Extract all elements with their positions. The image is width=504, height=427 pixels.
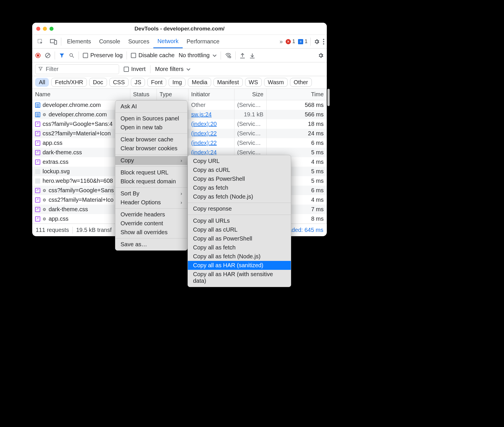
chip-doc[interactable]: Doc	[89, 78, 107, 87]
col-initiator[interactable]: Initiator	[188, 89, 234, 100]
col-name[interactable]: Name	[32, 89, 130, 100]
kebab-menu-icon[interactable]	[323, 39, 324, 45]
col-size[interactable]: Size	[234, 89, 266, 100]
img-file-icon	[35, 169, 40, 174]
menu-copy-as-fetch[interactable]: Copy as fetch	[188, 183, 291, 192]
initiator-link[interactable]: (index):24	[191, 149, 217, 155]
svg-rect-7	[37, 54, 39, 57]
col-type[interactable]: Type	[156, 89, 188, 100]
clear-icon[interactable]	[45, 53, 51, 58]
chip-media[interactable]: Media	[188, 78, 211, 87]
tab-performance[interactable]: Performance	[183, 35, 224, 48]
invert-checkbox[interactable]: Invert	[124, 66, 146, 72]
device-toolbar-icon[interactable]	[48, 39, 59, 45]
more-filters-dropdown[interactable]: More filters	[155, 66, 190, 72]
menu-ask-ai[interactable]: Ask AI	[115, 102, 187, 111]
menu-copy-all-as-har-sanitized[interactable]: Copy all as HAR (sanitized)	[188, 261, 291, 270]
chip-js[interactable]: JS	[131, 78, 145, 87]
chip-other[interactable]: Other	[290, 78, 312, 87]
initiator-link[interactable]: sw.js:24	[191, 111, 212, 118]
menu-copy-as-fetch-node-js[interactable]: Copy as fetch (Node.js)	[188, 192, 291, 201]
inspect-icon[interactable]	[35, 39, 46, 45]
network-toolbar: Preserve log Disable cache No throttling	[32, 49, 327, 62]
menu-header-options[interactable]: Header Options›	[115, 198, 187, 207]
disable-cache-checkbox[interactable]: Disable cache	[131, 52, 175, 59]
svg-point-10	[70, 53, 72, 56]
request-name: css?family=Google+Sans	[49, 187, 114, 194]
menu-show-all-overrides[interactable]: Show all overrides	[115, 228, 187, 237]
menu-copy-response[interactable]: Copy response	[188, 204, 291, 213]
menu-label: Copy all as PowerShell	[193, 235, 252, 242]
menu-copy-all-as-fetch-node-js[interactable]: Copy all as fetch (Node.js)	[188, 252, 291, 261]
menu-open-in-new-tab[interactable]: Open in new tab	[115, 123, 187, 132]
network-settings-gear-icon[interactable]	[318, 52, 324, 59]
download-har-icon[interactable]	[249, 52, 255, 59]
settings-gear-icon[interactable]	[314, 39, 320, 45]
menu-save-as[interactable]: Save as…	[115, 240, 187, 249]
css-file-icon	[35, 150, 40, 155]
menu-copy-all-as-fetch[interactable]: Copy all as fetch	[188, 243, 291, 252]
vertical-scrollbar[interactable]	[327, 89, 330, 106]
filter-toggle-icon[interactable]	[59, 53, 65, 58]
css-file-icon	[35, 159, 40, 165]
chip-ws[interactable]: WS	[245, 78, 262, 87]
record-button-icon[interactable]	[35, 53, 41, 58]
error-badge-icon[interactable]: ✕	[286, 39, 291, 44]
menu-sort-by[interactable]: Sort By›	[115, 189, 187, 198]
tab-sources[interactable]: Sources	[124, 35, 153, 48]
menu-copy-url[interactable]: Copy URL	[188, 157, 291, 166]
menu-label: Show all overrides	[121, 229, 167, 236]
svg-point-5	[323, 43, 324, 44]
menu-label: Block request domain	[121, 178, 176, 185]
menu-copy[interactable]: Copy›	[115, 156, 187, 165]
chip-img[interactable]: Img	[169, 78, 186, 87]
search-icon[interactable]	[69, 53, 75, 58]
css-file-icon	[35, 141, 40, 146]
status-requests: 111 requests	[36, 227, 69, 233]
chevron-right-icon: ›	[181, 191, 182, 196]
chip-wasm[interactable]: Wasm	[264, 78, 288, 87]
minimize-window-button[interactable]	[43, 27, 47, 31]
initiator-link[interactable]: (index):20	[191, 121, 217, 127]
menu-override-headers[interactable]: Override headers	[115, 210, 187, 219]
throttling-select[interactable]: No throttling	[179, 52, 217, 59]
menu-copy-all-as-har-with-sensitive-data[interactable]: Copy all as HAR (with sensitive data)	[188, 270, 291, 285]
svg-rect-2	[54, 41, 57, 44]
chip-css[interactable]: CSS	[109, 78, 129, 87]
info-badge-icon[interactable]: ≡	[298, 39, 303, 44]
menu-copy-as-powershell[interactable]: Copy as PowerShell	[188, 174, 291, 183]
size-cell: (Service…	[234, 138, 266, 148]
preserve-log-checkbox[interactable]: Preserve log	[83, 52, 123, 59]
menu-copy-all-as-powershell[interactable]: Copy all as PowerShell	[188, 234, 291, 243]
initiator-link[interactable]: (index):22	[191, 140, 217, 146]
menu-open-in-sources-panel[interactable]: Open in Sources panel	[115, 114, 187, 123]
tab-network[interactable]: Network	[153, 35, 182, 48]
menu-copy-all-as-curl[interactable]: Copy all as cURL	[188, 225, 291, 234]
col-status[interactable]: Status	[130, 89, 156, 100]
chip-manifest[interactable]: Manifest	[213, 78, 243, 87]
menu-clear-browser-cache[interactable]: Clear browser cache	[115, 135, 187, 144]
request-name: lockup.svg	[43, 168, 70, 175]
tab-console[interactable]: Console	[95, 35, 124, 48]
menu-copy-as-curl[interactable]: Copy as cURL	[188, 166, 291, 174]
network-conditions-icon[interactable]	[225, 53, 231, 58]
upload-har-icon[interactable]	[240, 52, 245, 59]
menu-clear-browser-cookies[interactable]: Clear browser cookies	[115, 144, 187, 153]
chip-fetch-xhr[interactable]: Fetch/XHR	[51, 78, 87, 87]
menu-separator	[115, 166, 187, 167]
menu-separator	[188, 203, 291, 203]
menu-copy-all-urls[interactable]: Copy all URLs	[188, 216, 291, 225]
close-window-button[interactable]	[36, 27, 40, 31]
menu-block-request-url[interactable]: Block request URL	[115, 168, 187, 177]
col-time[interactable]: Time	[266, 89, 327, 100]
menu-block-request-domain[interactable]: Block request domain	[115, 177, 187, 186]
zoom-window-button[interactable]	[49, 27, 54, 31]
initiator-link[interactable]: (index):22	[191, 130, 217, 136]
chip-font[interactable]: Font	[147, 78, 166, 87]
chip-all[interactable]: All	[35, 78, 49, 87]
filter-input[interactable]: Filter	[35, 64, 119, 74]
more-tabs-icon[interactable]: »	[280, 38, 283, 45]
tab-elements[interactable]: Elements	[63, 35, 95, 48]
time-cell: 568 ms	[266, 100, 327, 110]
menu-override-content[interactable]: Override content	[115, 219, 187, 228]
